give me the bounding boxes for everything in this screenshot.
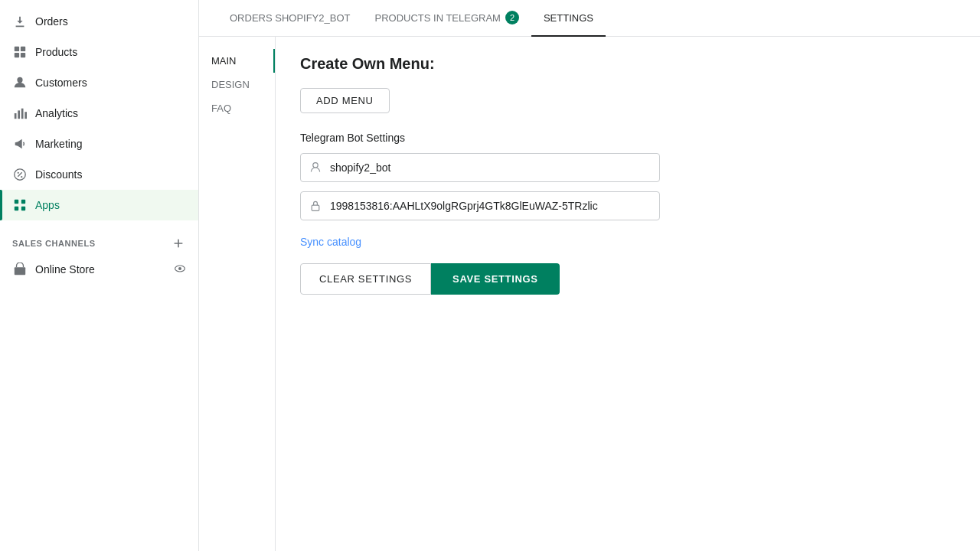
sub-nav-item-main[interactable]: MAIN bbox=[199, 49, 275, 73]
svg-rect-6 bbox=[18, 110, 20, 119]
svg-rect-13 bbox=[21, 207, 25, 210]
discounts-icon bbox=[12, 167, 28, 182]
svg-rect-5 bbox=[15, 113, 17, 119]
sidebar-item-discounts-label: Discounts bbox=[35, 168, 82, 181]
settings-panel: Create Own Menu: ADD MENU Telegram Bot S… bbox=[276, 37, 980, 551]
content-area: MAIN DESIGN FAQ Create Own Menu: ADD MEN… bbox=[199, 37, 980, 551]
sidebar-nav: Orders Products Customers bbox=[0, 0, 198, 227]
svg-rect-0 bbox=[15, 47, 19, 51]
sidebar-item-orders-label: Orders bbox=[35, 15, 68, 28]
eye-icon[interactable] bbox=[174, 262, 186, 277]
add-menu-button[interactable]: ADD MENU bbox=[300, 88, 390, 113]
bot-username-input[interactable] bbox=[300, 153, 660, 182]
products-icon bbox=[12, 44, 28, 60]
tab-products-telegram[interactable]: PRODUCTS IN TELEGRAM 2 bbox=[362, 0, 531, 37]
sidebar-item-online-store-label: Online Store bbox=[35, 263, 95, 276]
sidebar-item-products-label: Products bbox=[35, 46, 77, 58]
sidebar-item-customers[interactable]: Customers bbox=[0, 67, 198, 98]
settings-title: Create Own Menu: bbox=[300, 55, 956, 73]
bot-token-input[interactable] bbox=[300, 191, 660, 220]
sales-channels-label: SALES CHANNELS bbox=[12, 239, 96, 248]
tab-orders-bot[interactable]: ORDERS SHOPIFY2_BOT bbox=[217, 0, 362, 37]
svg-rect-2 bbox=[15, 53, 19, 57]
sidebar-item-online-store[interactable]: Online Store bbox=[0, 254, 198, 285]
marketing-icon bbox=[12, 136, 28, 152]
sales-channels-section: SALES CHANNELS bbox=[0, 227, 198, 254]
svg-point-17 bbox=[313, 163, 318, 168]
svg-point-16 bbox=[178, 267, 181, 270]
tab-settings[interactable]: SETTINGS bbox=[531, 0, 606, 37]
store-icon bbox=[12, 262, 28, 277]
bot-settings-label: Telegram Bot Settings bbox=[300, 132, 956, 144]
add-sales-channel-icon[interactable] bbox=[171, 236, 186, 251]
svg-point-4 bbox=[17, 77, 22, 83]
sub-nav: MAIN DESIGN FAQ bbox=[199, 37, 276, 551]
sync-catalog-link[interactable]: Sync catalog bbox=[300, 236, 361, 248]
svg-rect-1 bbox=[21, 47, 25, 51]
svg-rect-7 bbox=[21, 109, 24, 119]
main-content: ORDERS SHOPIFY2_BOT PRODUCTS IN TELEGRAM… bbox=[199, 0, 980, 551]
clear-settings-button[interactable]: CLEAR SETTINGS bbox=[300, 263, 431, 295]
apps-icon bbox=[12, 197, 28, 213]
sidebar: Orders Products Customers bbox=[0, 0, 199, 551]
sidebar-item-marketing-label: Marketing bbox=[35, 138, 82, 150]
sidebar-item-analytics-label: Analytics bbox=[35, 107, 78, 119]
tab-badge: 2 bbox=[505, 11, 519, 24]
save-settings-button[interactable]: SAVE SETTINGS bbox=[431, 263, 560, 295]
svg-rect-8 bbox=[24, 112, 27, 119]
bot-username-group bbox=[300, 153, 956, 182]
sidebar-item-discounts[interactable]: Discounts bbox=[0, 159, 198, 190]
svg-rect-11 bbox=[21, 200, 25, 204]
svg-rect-14 bbox=[15, 267, 25, 275]
download-icon bbox=[12, 14, 28, 29]
lock-icon bbox=[309, 200, 322, 212]
svg-rect-18 bbox=[312, 205, 319, 210]
svg-rect-10 bbox=[15, 200, 18, 204]
tabs-bar: ORDERS SHOPIFY2_BOT PRODUCTS IN TELEGRAM… bbox=[199, 0, 980, 37]
svg-rect-3 bbox=[21, 53, 25, 57]
sidebar-item-products[interactable]: Products bbox=[0, 37, 198, 67]
sidebar-item-marketing[interactable]: Marketing bbox=[0, 129, 198, 159]
button-row: CLEAR SETTINGS SAVE SETTINGS bbox=[300, 263, 956, 295]
svg-rect-12 bbox=[15, 207, 18, 210]
sidebar-item-apps-label: Apps bbox=[35, 199, 60, 211]
analytics-icon bbox=[12, 106, 28, 121]
user-icon bbox=[309, 161, 322, 174]
sidebar-item-customers-label: Customers bbox=[35, 77, 87, 89]
bot-token-group bbox=[300, 191, 956, 220]
sub-nav-item-faq[interactable]: FAQ bbox=[199, 96, 275, 120]
sidebar-item-orders[interactable]: Orders bbox=[0, 6, 198, 37]
sub-nav-item-design[interactable]: DESIGN bbox=[199, 73, 275, 96]
sidebar-item-apps[interactable]: Apps bbox=[0, 190, 198, 220]
customers-icon bbox=[12, 75, 28, 90]
sidebar-item-analytics[interactable]: Analytics bbox=[0, 98, 198, 129]
